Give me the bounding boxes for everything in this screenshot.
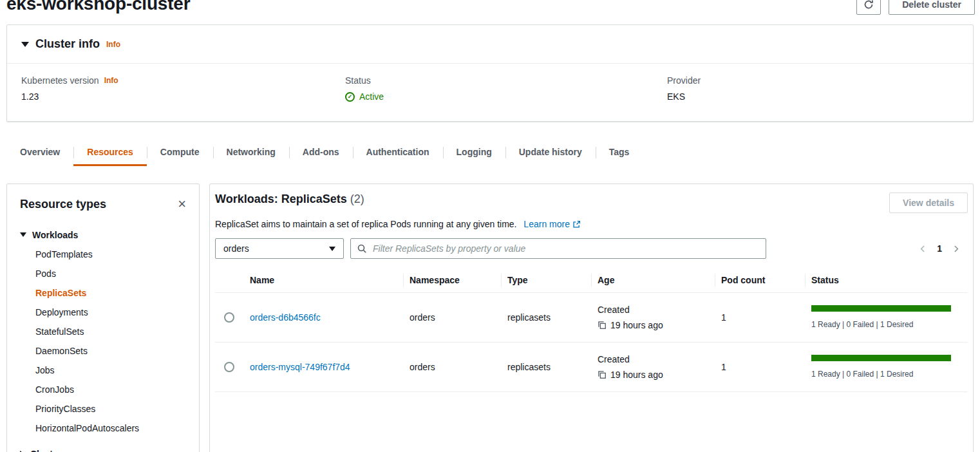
refresh-button[interactable]: [856, 0, 881, 15]
resource-types-title: Resource types: [20, 198, 106, 211]
chevron-left-icon[interactable]: [919, 245, 927, 253]
learn-more-label: Learn more: [523, 219, 570, 229]
panel-count: (2): [350, 193, 364, 205]
namespace-filter-dropdown[interactable]: orders: [215, 238, 344, 259]
tab-logging[interactable]: Logging: [443, 140, 505, 166]
age-created-label: Created: [598, 354, 708, 364]
close-icon[interactable]: ×: [178, 197, 186, 211]
external-link-icon: [572, 220, 581, 229]
sidebar-item-deployments[interactable]: Deployments: [35, 303, 186, 322]
sidebar-item-jobs[interactable]: Jobs: [35, 361, 186, 380]
type-cell: replicasets: [507, 362, 551, 372]
resource-types-sidebar: Resource types × Workloads PodTemplates …: [6, 184, 200, 452]
page-header: eks-workshop-cluster Delete cluster: [0, 0, 980, 19]
status-text: 1 Ready | 0 Failed | 1 Desired: [811, 370, 961, 379]
column-header-age: Age: [591, 268, 715, 292]
tab-resources[interactable]: Resources: [73, 140, 147, 166]
age-value: 19 hours ago: [610, 320, 663, 330]
resource-tree: Workloads PodTemplates Pods ReplicaSets …: [20, 225, 186, 452]
column-header-name: Name: [243, 268, 403, 292]
page-title: eks-workshop-cluster: [6, 0, 974, 14]
replicasets-panel: Workloads: ReplicaSets(2) View details R…: [209, 184, 974, 452]
field-kubernetes-version: Kubernetes version Info 1.23: [21, 75, 345, 102]
kubernetes-version-value: 1.23: [21, 91, 345, 102]
sidebar-item-daemonsets[interactable]: DaemonSets: [35, 341, 186, 361]
tree-group-label: Workloads: [32, 230, 78, 240]
refresh-icon: [863, 0, 874, 10]
tab-update-history[interactable]: Update history: [505, 140, 596, 166]
search-box: [350, 238, 766, 259]
check-circle-icon: ✓: [345, 92, 355, 102]
panel-description: ReplicaSet aims to maintain a set of rep…: [215, 219, 968, 229]
age-value: 19 hours ago: [610, 370, 663, 380]
cluster-info-header[interactable]: Cluster info Info: [7, 25, 973, 64]
provider-label: Provider: [667, 75, 701, 86]
copy-icon[interactable]: [598, 321, 607, 330]
description-text: ReplicaSet aims to maintain a set of rep…: [215, 219, 516, 229]
status-bar: [811, 355, 951, 361]
chevron-right-icon[interactable]: [952, 245, 960, 253]
sidebar-item-horizontalpodautoscalers[interactable]: HorizontalPodAutoscalers: [35, 419, 186, 438]
tab-compute[interactable]: Compute: [147, 140, 213, 166]
row-select-radio[interactable]: [224, 312, 234, 323]
kubernetes-version-label: Kubernetes version: [21, 75, 99, 86]
tree-group-cluster[interactable]: Cluster: [20, 444, 186, 452]
tab-add-ons[interactable]: Add-ons: [289, 140, 353, 166]
replicaset-name-link[interactable]: orders-mysql-749f67f7d4: [250, 362, 350, 372]
sidebar-item-priorityclasses[interactable]: PriorityClasses: [35, 399, 186, 419]
tab-tags[interactable]: Tags: [596, 140, 643, 166]
sidebar-item-statefulsets[interactable]: StatefulSets: [35, 322, 186, 341]
status-text: 1 Ready | 0 Failed | 1 Desired: [811, 320, 961, 329]
panel-title-text: Workloads: ReplicaSets: [215, 193, 347, 205]
status-value: Active: [359, 91, 384, 102]
cluster-info-link[interactable]: Info: [106, 40, 120, 49]
table-header-row: Name Namespace Type Age Pod count Status: [215, 268, 968, 292]
select-column-header: [215, 268, 243, 292]
tree-group-label: Cluster: [30, 449, 61, 452]
type-cell: replicasets: [507, 312, 551, 323]
column-header-pod-count: Pod count: [715, 268, 805, 292]
replicasets-table: Name Namespace Type Age Pod count Status…: [215, 268, 968, 392]
status-bar: [811, 305, 951, 312]
view-details-button[interactable]: View details: [889, 193, 968, 213]
collapse-caret-icon: [21, 42, 29, 47]
pagination-current-page[interactable]: 1: [937, 243, 942, 254]
cluster-info-body: Kubernetes version Info 1.23 Status ✓ Ac…: [7, 64, 973, 121]
caret-down-icon: [20, 232, 26, 237]
status-badge: ✓ Active: [345, 91, 667, 102]
header-actions: Delete cluster: [856, 0, 975, 15]
age-created-label: Created: [598, 305, 708, 315]
cluster-tabs: Overview Resources Compute Networking Ad…: [6, 140, 974, 166]
sidebar-item-podtemplates[interactable]: PodTemplates: [35, 245, 186, 264]
cluster-info-panel: Cluster info Info Kubernetes version Inf…: [6, 24, 974, 122]
learn-more-link[interactable]: Learn more: [523, 219, 581, 229]
field-status: Status ✓ Active: [345, 75, 667, 102]
column-header-namespace: Namespace: [403, 268, 501, 292]
replicaset-name-link[interactable]: orders-d6b4566fc: [250, 312, 321, 323]
tab-networking[interactable]: Networking: [213, 140, 289, 166]
namespace-cell: orders: [410, 312, 435, 323]
sidebar-item-cronjobs[interactable]: CronJobs: [35, 380, 186, 399]
filter-row: orders 1: [215, 238, 968, 259]
delete-cluster-button[interactable]: Delete cluster: [889, 0, 975, 15]
search-icon: [357, 243, 367, 254]
row-select-radio[interactable]: [224, 362, 234, 372]
resources-content: Resource types × Workloads PodTemplates …: [6, 184, 974, 452]
pod-count-cell: 1: [721, 362, 726, 372]
kubernetes-version-info-link[interactable]: Info: [104, 76, 118, 85]
pod-count-cell: 1: [721, 312, 726, 323]
field-provider: Provider EKS: [667, 75, 959, 102]
table-row: orders-mysql-749f67f7d4 orders replicase…: [215, 342, 968, 391]
sidebar-item-pods[interactable]: Pods: [35, 264, 186, 283]
copy-icon[interactable]: [598, 370, 607, 379]
provider-value: EKS: [667, 91, 959, 102]
sidebar-item-replicasets[interactable]: ReplicaSets: [35, 283, 186, 303]
tab-authentication[interactable]: Authentication: [353, 140, 443, 166]
pagination: 1: [919, 243, 968, 254]
table-row: orders-d6b4566fc orders replicasets Crea…: [215, 292, 968, 342]
status-label: Status: [345, 75, 371, 86]
dropdown-value: orders: [223, 243, 249, 254]
tab-overview[interactable]: Overview: [6, 140, 73, 166]
filter-search-input[interactable]: [350, 238, 766, 259]
tree-group-workloads[interactable]: Workloads: [20, 225, 186, 245]
